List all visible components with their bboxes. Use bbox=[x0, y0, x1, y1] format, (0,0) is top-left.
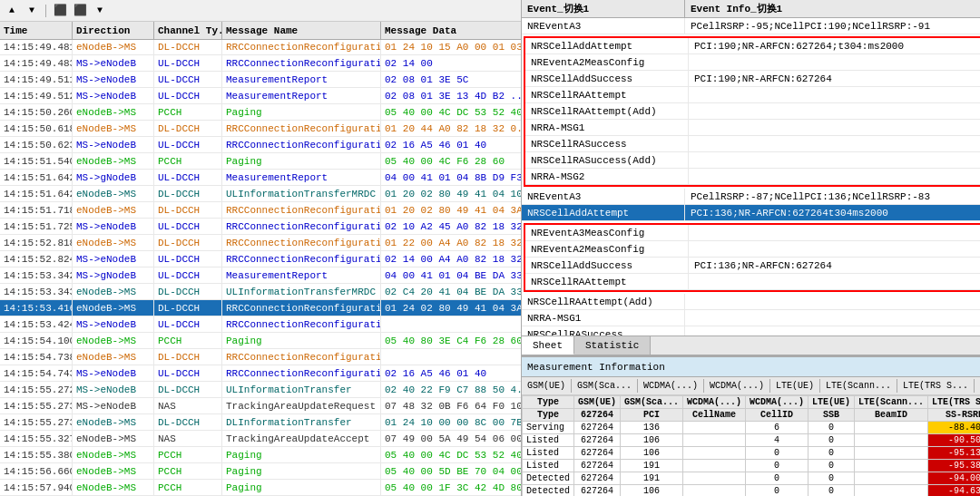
event-row[interactable]: NRSCellRAAttempt bbox=[525, 274, 980, 290]
table-row[interactable]: 14:15:54.100 eNodeB->MS PCCH Paging 05 4… bbox=[0, 333, 521, 349]
tab-gsm-ue[interactable]: GSM(UE) bbox=[522, 379, 572, 393]
col-direction-header[interactable]: Direction bbox=[73, 22, 154, 39]
table-row[interactable]: 14:15:55.380 eNodeB->MS PCCH Paging 05 4… bbox=[0, 447, 521, 463]
event-row[interactable]: NRSCellRAAttempt(Add) bbox=[522, 294, 980, 310]
settings-btn[interactable]: ⬛ bbox=[72, 3, 88, 19]
event-name-cell: NRSCellRAAttempt bbox=[525, 274, 689, 289]
col-channel-header[interactable]: Channel Ty... bbox=[154, 22, 222, 39]
table-row[interactable]: 14:15:51.642 eNodeB->MS DL-DCCH ULInform… bbox=[0, 186, 521, 202]
meas-table-row[interactable]: Listed 627264 106 0 0 -95.13 -15.19 9 bbox=[523, 447, 981, 460]
cell-time: 14:15:54.100 bbox=[0, 333, 73, 348]
event-row[interactable]: NRSCellRAAttempt(Add) bbox=[525, 103, 980, 120]
filter-btn[interactable]: ⬛ bbox=[52, 3, 68, 19]
event-row[interactable]: NRSCellAddAttempt PCI:190;NR-ARFCN:62726… bbox=[525, 38, 980, 54]
table-row[interactable]: 14:15:49.483 MS->eNodeB UL-DCCH RRCConne… bbox=[0, 55, 521, 72]
table-row[interactable]: 14:15:51.540 eNodeB->MS PCCH Paging 05 4… bbox=[0, 153, 521, 170]
event-row[interactable]: NREventA3MeasConfig bbox=[525, 225, 980, 241]
tab-lte-scann[interactable]: LTE(Scann... bbox=[820, 379, 897, 393]
tab-gsm-sca[interactable]: GSM(Sca... bbox=[572, 379, 638, 393]
event-row[interactable]: NREventA3 PCellRSRP:-95;NCellPCI:190;NCe… bbox=[522, 18, 980, 34]
cell-dir: eNodeB->MS bbox=[73, 480, 154, 495]
event-row[interactable]: NRRA-MSG1 bbox=[522, 310, 980, 326]
tab-statistic[interactable]: Statistic bbox=[574, 336, 651, 355]
table-row[interactable]: 14:15:55.273 MS->eNodeB NAS TrackingArea… bbox=[0, 398, 521, 414]
dropdown-btn[interactable]: ▼ bbox=[92, 3, 108, 19]
tab-lte-ue[interactable]: LTE(UE) bbox=[770, 379, 820, 393]
meas-table-row[interactable]: Serving 627264 136 6 0 -88.40 -11.40 8.3… bbox=[523, 422, 981, 434]
table-row[interactable]: 14:15:49.512 MS->eNodeB UL-DCCH Measurem… bbox=[0, 88, 521, 104]
table-row[interactable]: 14:15:55.273 eNodeB->MS DL-DCCH DLInform… bbox=[0, 414, 521, 431]
up-arrow-btn[interactable]: ▲ bbox=[4, 3, 20, 19]
cell-dir: eNodeB->MS bbox=[73, 235, 154, 250]
cell-message: ULInformationTransferMRDC bbox=[222, 284, 381, 299]
meas-table-row[interactable]: Detected 627264 106 0 0 -94.63 -14.63 4 bbox=[523, 485, 981, 497]
tab-lte-trs[interactable]: LTE(TRS S... bbox=[897, 379, 975, 393]
cell-message: ULInformationTransferMRDC bbox=[222, 186, 381, 201]
tab-wcdma2[interactable]: WCDMA(...) bbox=[704, 379, 770, 393]
cell-data: 05 40 00 5D BE 70 04 00 bbox=[381, 463, 521, 479]
cell-channel: UL-DCCH bbox=[154, 251, 222, 267]
table-row[interactable]: 14:15:50.618 eNodeB->MS DL-DCCH RRCConne… bbox=[0, 121, 521, 137]
down-arrow-btn[interactable]: ▼ bbox=[24, 3, 40, 19]
cell-data: 02 16 A5 46 01 40 bbox=[381, 365, 521, 381]
cell-data: 01 24 10 15 A0 00 01 03 9... bbox=[381, 40, 521, 54]
table-row[interactable]: 14:15:51.725 MS->eNodeB UL-DCCH RRCConne… bbox=[0, 219, 521, 235]
table-row[interactable]: 14:15:54.743 MS->eNodeB UL-DCCH RRCConne… bbox=[0, 365, 521, 382]
event-info-cell: PCI:136;NR-ARFCN:627264 bbox=[689, 258, 980, 273]
meas-table-row[interactable]: Detected 627264 191 0 0 -94.00 -15.00 4 bbox=[523, 472, 981, 485]
col-data-header[interactable]: Message Data bbox=[381, 22, 521, 39]
meas-cell-type: Listed bbox=[523, 447, 574, 460]
event-name-cell: NRSCellRAAttempt(Add) bbox=[522, 294, 685, 309]
table-row[interactable]: 14:15:57.940 eNodeB->MS PCCH Paging 05 4… bbox=[0, 480, 521, 496]
table-row[interactable]: 14:15:51.642 MS->gNodeB UL-DCCH Measurem… bbox=[0, 170, 521, 186]
cell-message: Paging bbox=[222, 463, 381, 479]
table-row[interactable]: 14:15:49.511 MS->eNodeB UL-DCCH Measurem… bbox=[0, 72, 521, 88]
table-row[interactable]: 14:15:49.481 eNodeB->MS DL-DCCH RRCConne… bbox=[0, 40, 521, 55]
event-row[interactable]: NREventA3 PCellRSRP:-87;NCellPCI:136;NCe… bbox=[522, 189, 980, 205]
event-row[interactable]: NRSCellRAAttempt bbox=[525, 87, 980, 103]
meas-table-row[interactable]: Listed 627264 106 4 0 -90.50 -13.50 12 bbox=[523, 434, 981, 447]
event-row[interactable]: NRSCellAddAttempt PCI:136;NR-ARFCN:62726… bbox=[522, 205, 980, 221]
event-row[interactable]: NRSCellAddSuccess PCI:190;NR-ARFCN:62726… bbox=[525, 71, 980, 87]
tab-nb-iot[interactable]: NB-IoT bbox=[975, 379, 980, 393]
event-row[interactable]: NRSCellRASuccess bbox=[525, 136, 980, 152]
event-row[interactable]: NRSCellAddSuccess PCI:136;NR-ARFCN:62726… bbox=[525, 258, 980, 274]
event-info-cell bbox=[689, 54, 980, 70]
event-name-cell: NRSCellAddAttempt bbox=[522, 205, 685, 220]
event-row[interactable]: NREventA2MeasConfig bbox=[525, 54, 980, 71]
tab-sheet[interactable]: Sheet bbox=[522, 336, 574, 355]
cell-time: 14:15:49.483 bbox=[0, 55, 73, 71]
event-row[interactable]: NREventA2MeasConfig bbox=[525, 241, 980, 258]
table-row[interactable]: 14:15:53.342 MS->gNodeB UL-DCCH Measurem… bbox=[0, 267, 521, 284]
table-row[interactable]: 14:15:53.424 MS->eNodeB UL-DCCH RRCConne… bbox=[0, 316, 521, 333]
table-row[interactable]: 14:15:56.660 eNodeB->MS PCCH Paging 05 4… bbox=[0, 463, 521, 480]
event-row[interactable]: NRRA-MSG2 bbox=[525, 169, 980, 185]
table-row[interactable]: 14:15:55.327 eNodeB->MS NAS TrackingArea… bbox=[0, 431, 521, 447]
table-row[interactable]: 14:15:53.343 eNodeB->MS DL-DCCH ULInform… bbox=[0, 284, 521, 300]
col-time-header[interactable]: Time bbox=[0, 22, 73, 39]
event-row[interactable]: NRRA-MSG1 bbox=[525, 120, 980, 136]
cell-message: RRCConnectionReconfiguration bbox=[222, 40, 381, 54]
col-message-header[interactable]: Message Name bbox=[222, 22, 381, 39]
table-row[interactable]: 14:15:53.416 eNodeB->MS DL-DCCH RRCConne… bbox=[0, 300, 521, 316]
cell-channel: DL-DCCH bbox=[154, 235, 222, 250]
cell-dir: MS->eNodeB bbox=[73, 55, 154, 71]
table-row[interactable]: 14:15:51.718 eNodeB->MS DL-DCCH RRCConne… bbox=[0, 202, 521, 219]
cell-time: 14:15:55.273 bbox=[0, 414, 73, 430]
cell-data: 01 24 10 00 00 8C 00 7B D0... bbox=[381, 414, 521, 430]
event-row[interactable]: NRSCellRASuccess bbox=[522, 326, 980, 336]
table-row[interactable]: 14:15:50.623 MS->eNodeB UL-DCCH RRCConne… bbox=[0, 137, 521, 153]
event-row[interactable]: NRSCellRASuccess(Add) bbox=[525, 152, 980, 169]
meas-table-row[interactable]: Listed 627264 191 0 0 -95.38 -12.44 4 bbox=[523, 460, 981, 472]
table-row[interactable]: 14:15:52.824 MS->eNodeB UL-DCCH RRCConne… bbox=[0, 251, 521, 267]
cell-data: 02 14 00 bbox=[381, 55, 521, 71]
table-row[interactable]: 14:15:54.738 eNodeB->MS DL-DCCH RRCConne… bbox=[0, 349, 521, 365]
tab-wcdma1[interactable]: WCDMA(...) bbox=[638, 379, 704, 393]
cell-channel: DL-DCCH bbox=[154, 202, 222, 218]
event-name-cell: NRRA-MSG1 bbox=[525, 120, 689, 135]
meas-cell-pci: 106 bbox=[621, 447, 683, 460]
table-row[interactable]: 14:15:55.272 MS->eNodeB DL-DCCH ULInform… bbox=[0, 382, 521, 398]
cell-message: MeasurementReport bbox=[222, 72, 381, 87]
table-row[interactable]: 14:15:52.818 eNodeB->MS DL-DCCH RRCConne… bbox=[0, 235, 521, 251]
table-row[interactable]: 14:15:50.260 eNodeB->MS PCCH Paging 05 4… bbox=[0, 104, 521, 121]
